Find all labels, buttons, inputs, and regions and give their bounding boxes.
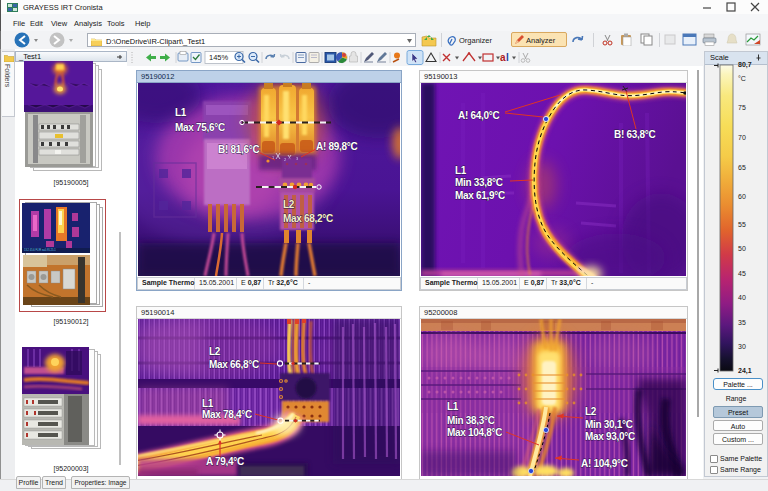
svg-text:L1: L1 (455, 165, 467, 176)
svg-text:B! 63,8°C: B! 63,8°C (614, 129, 655, 140)
svg-text:Max 104,8°C: Max 104,8°C (447, 427, 502, 438)
svg-text:L2: L2 (585, 406, 597, 417)
svg-text:L2: L2 (283, 199, 295, 210)
svg-text:Min 33,8°C: Min 33,8°C (455, 177, 503, 188)
svg-text:B! 81,6°C: B! 81,6°C (218, 144, 259, 155)
svg-text:L1: L1 (202, 398, 214, 409)
svg-text:l: l (506, 52, 509, 63)
svg-text:Max 61,9°C: Max 61,9°C (455, 190, 505, 201)
svg-text:Max 93,0°C: Max 93,0°C (585, 431, 635, 442)
svg-text:A! 89,8°C: A! 89,8°C (316, 141, 357, 152)
svg-text:Max 66,8°C: Max 66,8°C (209, 359, 259, 370)
svg-text:13.2 45.6 FLIR e=0.95 25.1: 13.2 45.6 FLIR e=0.95 25.1 (24, 248, 56, 252)
svg-text:A! 64,0°C: A! 64,0°C (458, 110, 499, 121)
svg-text:L2: L2 (209, 346, 221, 357)
svg-text:A 79,4°C: A 79,4°C (206, 456, 244, 467)
svg-text:L1: L1 (447, 401, 459, 412)
svg-text:A! 104,9°C: A! 104,9°C (581, 458, 628, 469)
svg-text:Max 68,2°C: Max 68,2°C (283, 213, 333, 224)
svg-text:145%: 145% (209, 53, 229, 62)
svg-text:L1: L1 (175, 107, 187, 118)
svg-text:Max 78,4°C: Max 78,4°C (202, 409, 252, 420)
svg-text:Min 30,1°C: Min 30,1°C (585, 419, 633, 430)
svg-text:Min 38,3°C: Min 38,3°C (447, 415, 495, 426)
svg-text:Max 75,6°C: Max 75,6°C (175, 122, 225, 133)
